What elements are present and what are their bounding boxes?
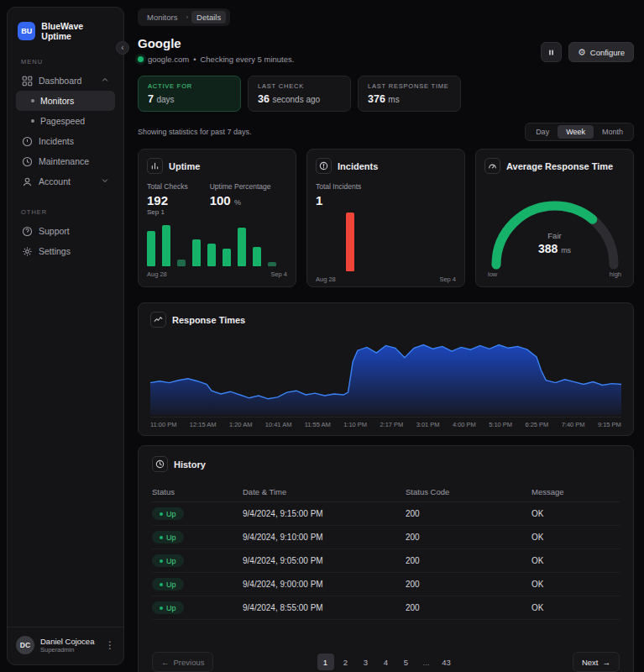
- uptime-bar: [223, 249, 231, 266]
- table-row[interactable]: Up9/4/2024, 9:10:00 PM200OK: [152, 526, 620, 549]
- sidebar-item-label: Monitors: [40, 96, 109, 106]
- range-toggle: Day Week Month: [525, 123, 634, 141]
- sidebar-item-label: Maintenance: [39, 156, 109, 166]
- page-button[interactable]: 2: [338, 654, 354, 670]
- sidebar-item-support[interactable]: Support: [16, 221, 115, 241]
- status-badge: Up: [152, 578, 184, 591]
- status-dot-icon: [160, 536, 163, 539]
- page-button[interactable]: 4: [378, 654, 395, 670]
- sidebar-item-label: Support: [39, 226, 109, 236]
- brand: BU BlueWave Uptime ‹: [16, 19, 115, 53]
- uptime-bar: [238, 228, 246, 266]
- arrow-right-icon: →: [603, 658, 611, 667]
- table-body: Up9/4/2024, 9:15:00 PM200OKUp9/4/2024, 9…: [152, 502, 620, 620]
- pagination: ← Previous 12345...43 Next →: [152, 652, 620, 672]
- line-chart-icon: [150, 312, 166, 328]
- column-header-status: Status: [152, 487, 243, 496]
- user-menu-button[interactable]: ⋮: [105, 639, 115, 651]
- sidebar-item-settings[interactable]: Settings: [16, 241, 115, 261]
- card-title: Uptime: [169, 161, 200, 171]
- x-axis-label: 11:00 PM: [150, 421, 177, 428]
- stat-value: 36: [258, 93, 270, 105]
- range-month-button[interactable]: Month: [594, 125, 631, 139]
- message-cell: OK: [531, 580, 620, 589]
- previous-page-button[interactable]: ← Previous: [152, 652, 213, 672]
- gauge-low-label: low: [488, 270, 497, 278]
- x-axis-start: Aug 28: [316, 276, 336, 283]
- avatar: DC: [16, 636, 34, 654]
- stats-toolbar: Showing statistics for past 7 days. Day …: [138, 123, 634, 141]
- chevron-right-icon: ›: [186, 13, 188, 21]
- table-row[interactable]: Up9/4/2024, 8:55:00 PM200OK: [152, 596, 620, 620]
- sidebar-item-dashboard[interactable]: Dashboard: [16, 71, 115, 91]
- sidebar-collapse-button[interactable]: ‹: [116, 41, 129, 55]
- sidebar: BU BlueWave Uptime ‹ MENU Dashboard Moni…: [7, 7, 124, 665]
- metric-value: 100: [210, 193, 231, 207]
- table-row[interactable]: Up9/4/2024, 9:15:00 PM200OK: [152, 502, 620, 526]
- page-numbers: 12345...43: [317, 654, 455, 670]
- dashboard-icon: [22, 76, 33, 87]
- status-badge-label: Up: [166, 510, 176, 518]
- alert-circle-icon: [316, 158, 332, 174]
- metric-unit: %: [234, 198, 241, 207]
- datetime-cell: 9/4/2024, 9:00:00 PM: [243, 580, 406, 589]
- column-header-datetime: Date & Time: [243, 487, 406, 496]
- page-button[interactable]: 1: [317, 654, 334, 670]
- table-row[interactable]: Up9/4/2024, 9:00:00 PM200OK: [152, 573, 620, 596]
- next-page-button[interactable]: Next →: [573, 652, 620, 672]
- page-button[interactable]: 43: [438, 654, 455, 670]
- sidebar-item-label: Account: [39, 176, 95, 186]
- x-axis-label: 12:15 AM: [190, 421, 217, 428]
- page-button[interactable]: 3: [358, 654, 374, 670]
- sidebar-item-monitors[interactable]: Monitors: [16, 91, 115, 111]
- x-axis-label: 1:10 PM: [343, 421, 367, 428]
- sidebar-item-maintenance[interactable]: Maintenance: [16, 151, 115, 171]
- metric-value: 1: [316, 193, 361, 207]
- gauge-high-label: high: [610, 270, 621, 278]
- status-badge-label: Up: [166, 557, 176, 565]
- pause-monitor-button[interactable]: [541, 42, 562, 62]
- sidebar-item-account[interactable]: Account: [16, 171, 115, 192]
- range-week-button[interactable]: Week: [558, 125, 594, 139]
- history-card: History Status Date & Time Status Code M…: [138, 445, 634, 672]
- uptime-bar: [253, 247, 261, 266]
- stat-label: LAST RESPONSE TIME: [368, 82, 451, 90]
- stat-value: 7: [148, 93, 154, 105]
- uptime-card: Uptime Total Checks 192 Uptime Percentag…: [138, 149, 296, 287]
- status-cell: Up: [152, 531, 243, 543]
- datetime-cell: 9/4/2024, 9:10:00 PM: [243, 533, 406, 542]
- sidebar-item-incidents[interactable]: Incidents: [16, 131, 115, 151]
- stat-suffix: ms: [388, 95, 399, 104]
- incidents-bar-chart: [316, 207, 456, 271]
- incident-bar: [346, 213, 354, 271]
- table-row[interactable]: Up9/4/2024, 9:05:00 PM200OK: [152, 549, 620, 573]
- breadcrumb-monitors[interactable]: Monitors: [142, 11, 182, 24]
- other-section-label: OTHER: [16, 203, 115, 221]
- help-circle-icon: [22, 226, 33, 237]
- x-axis-end: Sep 4: [439, 276, 456, 283]
- uptime-bar-chart: [147, 218, 287, 266]
- stats-row: ACTIVE FOR 7 days LAST CHECK 36 seconds …: [138, 76, 634, 112]
- status-code-cell: 200: [406, 509, 531, 518]
- status-badge-label: Up: [166, 604, 176, 612]
- charts-row: Uptime Total Checks 192 Uptime Percentag…: [138, 149, 634, 287]
- sidebar-item-pagespeed[interactable]: Pagespeed: [16, 111, 115, 131]
- sidebar-item-label: Dashboard: [39, 76, 95, 86]
- gear-icon: ⚙: [578, 47, 586, 58]
- column-header-status-code: Status Code: [406, 487, 531, 496]
- user-name: Daniel Cojocea: [40, 637, 94, 647]
- breadcrumb-details: Details: [191, 11, 226, 24]
- chevron-down-icon: [101, 176, 109, 186]
- previous-label: Previous: [174, 658, 205, 667]
- range-day-button[interactable]: Day: [527, 125, 558, 139]
- message-cell: OK: [531, 556, 620, 565]
- x-axis-label: 7:40 PM: [562, 421, 585, 428]
- status-dot-icon: [138, 56, 144, 62]
- stats-caption: Showing statistics for past 7 days.: [138, 128, 252, 136]
- next-label: Next: [582, 658, 599, 667]
- gauge-unit: ms: [561, 246, 571, 255]
- page-button[interactable]: 5: [398, 654, 415, 670]
- metric-label: Uptime Percentage: [210, 182, 271, 191]
- x-axis-label: 2:17 PM: [380, 421, 403, 428]
- configure-button[interactable]: ⚙ Configure: [568, 42, 634, 62]
